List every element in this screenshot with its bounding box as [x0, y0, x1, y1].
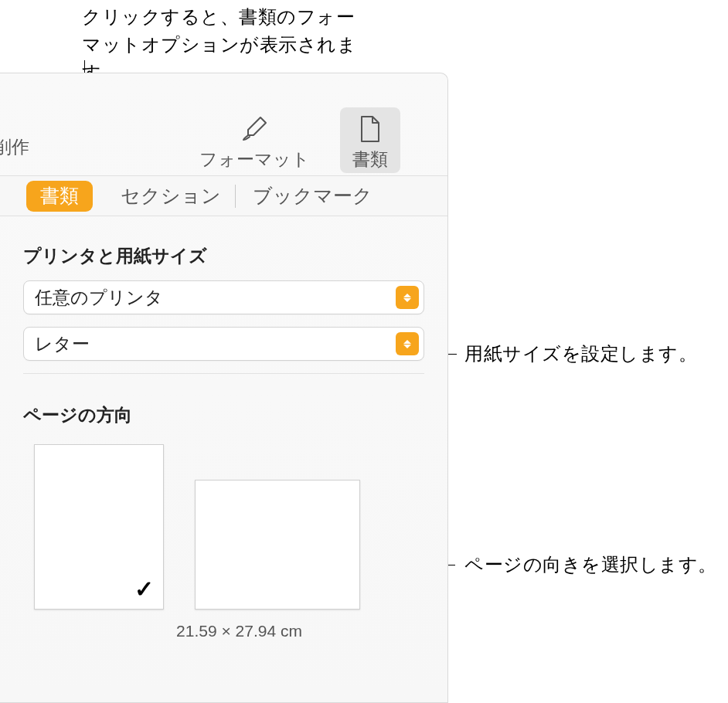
subtab-document[interactable]: 書類	[26, 181, 93, 212]
stepper-arrows-icon	[396, 332, 419, 355]
subtab-divider	[235, 185, 236, 208]
printer-value: 任意のプリンタ	[24, 286, 396, 310]
toolbar: 削作 フォーマット	[0, 73, 447, 175]
toolbar-item-format[interactable]: フォーマット	[187, 107, 322, 173]
orientation-title: ページの方向	[23, 403, 424, 427]
stepper-arrows-icon	[396, 286, 419, 309]
orientation-options: ✓	[34, 444, 424, 610]
paintbrush-icon	[199, 110, 310, 148]
subtab-section[interactable]: セクション	[107, 181, 235, 212]
toolbar-item-document[interactable]: 書類	[340, 107, 400, 173]
toolbar-item-partial-label: 削作	[0, 135, 29, 159]
printer-popup[interactable]: 任意のプリンタ	[23, 280, 424, 314]
inspector-content: プリンタと用紙サイズ 任意のプリンタ レター ページの方向 ✓ 21.59 × …	[0, 216, 447, 640]
document-icon	[352, 110, 388, 148]
printer-paper-title: プリンタと用紙サイズ	[23, 244, 424, 268]
orientation-landscape[interactable]	[195, 480, 360, 610]
toolbar-document-label: 書類	[352, 148, 388, 172]
toolbar-format-label: フォーマット	[199, 148, 310, 172]
subtab-bookmark[interactable]: ブックマーク	[239, 181, 386, 212]
paper-size-value: レター	[24, 332, 396, 356]
checkmark-icon: ✓	[134, 576, 154, 603]
page-dimensions: 21.59 × 27.94 cm	[54, 622, 424, 640]
subtab-bar: 書類 セクション ブックマーク	[0, 175, 447, 216]
section-divider	[23, 373, 424, 374]
callout-paper-size: 用紙サイズを設定します。	[464, 340, 697, 368]
paper-size-popup[interactable]: レター	[23, 327, 424, 361]
toolbar-item-partial[interactable]: 削作	[0, 135, 29, 159]
orientation-portrait[interactable]: ✓	[34, 444, 164, 610]
callout-orientation: ページの向きを選択します。	[464, 551, 717, 579]
document-inspector-panel: 削作 フォーマット	[0, 73, 448, 703]
